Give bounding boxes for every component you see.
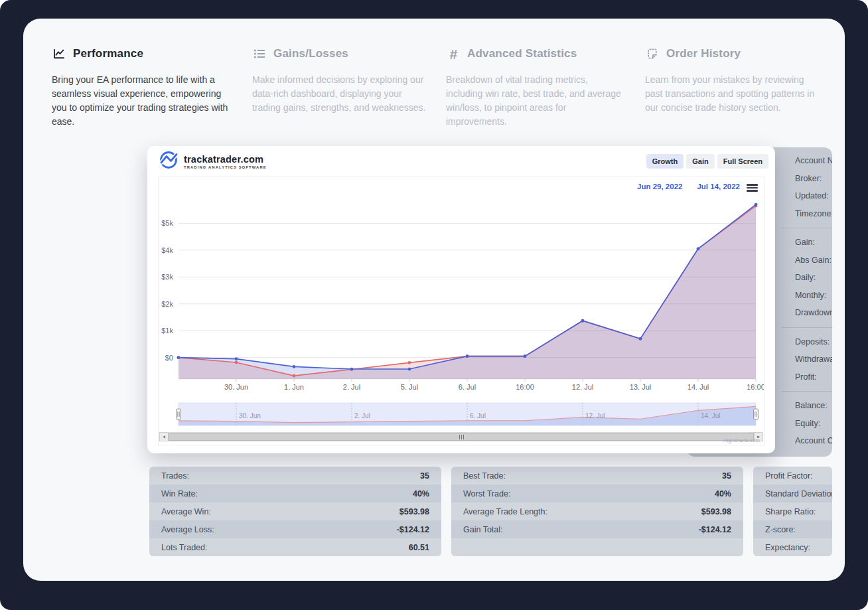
table-row: Win Rate:40% <box>149 485 441 502</box>
stat-value: -$124.12 <box>397 525 429 534</box>
navigator-handle[interactable] <box>177 409 181 419</box>
brand-logo-icon <box>159 150 179 173</box>
stat-label: Sharpe Ratio: <box>765 507 816 516</box>
chart-container: Jun 29, 2022 Jul 14, 2022 $0$1k$2k$3k$4k… <box>158 177 764 445</box>
range-start[interactable]: Jun 29, 2022 <box>637 183 682 191</box>
sidebar-label: Withdrawals: <box>795 350 832 368</box>
stat-value: 35 <box>722 471 731 481</box>
chart-navigator[interactable]: 30. Jun2. Jul6. Jul12. Jul14. Jul <box>159 402 764 431</box>
features-row: Performance Bring your EA performance to… <box>52 45 823 129</box>
svg-text:14. Jul: 14. Jul <box>701 412 720 419</box>
scrollbar-left-button[interactable]: ◂ <box>159 432 169 441</box>
view-toolbar: GrowthGainFull Screen <box>646 154 768 169</box>
feature-gains-losses[interactable]: Gains/Losses Make informed decisions by … <box>252 45 426 129</box>
stat-value: 60.51 <box>409 543 429 552</box>
sidebar-label: Equity: <box>795 415 832 433</box>
table-row: Expectancy: <box>753 538 832 556</box>
svg-text:1. Jun: 1. Jun <box>284 383 304 391</box>
chart-scrollbar: ◂ ▸ <box>159 432 763 441</box>
feature-advanced-statistics[interactable]: # Advanced Statistics Breakdown of vital… <box>446 45 625 129</box>
table-row: Standard Deviation: <box>753 485 832 502</box>
table-row: Gain Total:-$124.12 <box>451 520 743 538</box>
stat-label: Best Trade: <box>463 471 506 481</box>
scrollbar-track[interactable] <box>169 432 754 441</box>
sidebar-label: Drawdown: <box>795 304 832 322</box>
svg-text:12. Jul: 12. Jul <box>572 383 593 391</box>
range-end[interactable]: Jul 14, 2022 <box>697 183 740 191</box>
sidebar-label: Balance: <box>795 397 832 415</box>
sidebar-divider <box>782 228 832 228</box>
feature-description: Learn from your mistakes by reviewing pa… <box>645 73 816 115</box>
stat-value: 35 <box>420 471 429 481</box>
toolbar-button-gain[interactable]: Gain <box>686 154 714 169</box>
table-row: Trades:35 <box>149 467 441 485</box>
sidebar-divider <box>782 327 832 328</box>
stat-value: $593.98 <box>701 507 731 516</box>
date-range: Jun 29, 2022 Jul 14, 2022 <box>637 183 740 191</box>
stat-label: Gain Total: <box>463 525 503 534</box>
table-row: Average Win:$593.98 <box>149 502 441 520</box>
svg-text:16:00: 16:00 <box>516 383 534 391</box>
stat-label: Expectancy: <box>765 543 810 552</box>
svg-text:$4k: $4k <box>161 246 173 254</box>
stat-table: Best Trade:35Worst Trade:40%Average Trad… <box>451 467 743 556</box>
svg-text:$1k: $1k <box>161 327 173 335</box>
svg-text:12. Jul: 12. Jul <box>585 412 605 419</box>
feature-title: Performance <box>73 47 143 60</box>
stat-table: Profit Factor:Standard Deviation:Sharpe … <box>753 467 832 556</box>
growth-chart: $0$1k$2k$3k$4k$5k30. Jun1. Jun2. Jul5. J… <box>159 194 764 395</box>
dashboard-card: trackatrader.com TRADING ANALYTICS SOFTW… <box>147 146 775 453</box>
svg-text:13. Jul: 13. Jul <box>630 383 651 391</box>
stat-label: Z-score: <box>765 525 796 534</box>
stat-label: Profit Factor: <box>765 471 813 481</box>
sidebar-label: Updated: <box>795 187 832 205</box>
svg-text:14. Jul: 14. Jul <box>687 383 709 391</box>
svg-text:2. Jul: 2. Jul <box>354 412 370 419</box>
svg-text:16:00: 16:00 <box>747 383 764 391</box>
toolbar-button-growth[interactable]: Growth <box>646 154 684 169</box>
stat-value: $593.98 <box>399 507 429 516</box>
svg-text:$5k: $5k <box>161 219 173 227</box>
svg-text:2. Jul: 2. Jul <box>343 383 360 391</box>
stat-label: Standard Deviation: <box>765 489 832 498</box>
svg-text:$0: $0 <box>165 354 173 362</box>
feature-title: Order History <box>666 47 741 60</box>
feature-description: Make informed decisions by exploring our… <box>252 73 426 115</box>
feature-description: Bring your EA performance to life with a… <box>52 73 232 129</box>
feature-performance[interactable]: Performance Bring your EA performance to… <box>52 45 232 129</box>
svg-text:$2k: $2k <box>161 300 173 308</box>
list-icon <box>252 46 267 61</box>
hamburger-menu-icon[interactable] <box>747 184 758 193</box>
table-row: Profit Factor: <box>753 467 832 485</box>
stat-label: Worst Trade: <box>463 489 510 498</box>
svg-text:6. Jul: 6. Jul <box>470 412 486 419</box>
table-row: Sharpe Ratio: <box>753 502 832 520</box>
table-row: Z-score: <box>753 520 832 538</box>
svg-text:30. Jun: 30. Jun <box>224 383 248 391</box>
table-row: Average Trade Length:$593.98 <box>451 502 743 520</box>
sidebar-label: Gain: <box>795 234 832 252</box>
stat-value: 40% <box>413 489 429 498</box>
feature-title: Advanced Statistics <box>467 47 577 60</box>
stat-label: Win Rate: <box>161 489 198 498</box>
stat-label: Trades: <box>161 471 189 481</box>
svg-text:5. Jul: 5. Jul <box>401 383 418 391</box>
feature-order-history[interactable]: Order History Learn from your mistakes b… <box>645 45 816 129</box>
toolbar-button-full-screen[interactable]: Full Screen <box>717 154 768 169</box>
light-panel: Performance Bring your EA performance to… <box>23 19 845 581</box>
svg-text:$3k: $3k <box>161 273 173 281</box>
scrollbar-thumb[interactable] <box>169 433 754 441</box>
sidebar-label: Profit: <box>795 368 832 386</box>
table-row: Best Trade:35 <box>451 467 743 485</box>
svg-text:30. Jun: 30. Jun <box>239 412 261 419</box>
navigator-handle[interactable] <box>754 409 759 419</box>
performance-chart-icon <box>52 46 66 61</box>
table-row: Worst Trade:40% <box>451 485 743 502</box>
feature-title: Gains/Losses <box>273 47 348 60</box>
stat-label: Lots Traded: <box>161 543 208 552</box>
sidebar-label: Account Num <box>795 152 832 170</box>
sidebar-divider <box>782 391 832 392</box>
brand-name: trackatrader.com <box>184 154 267 165</box>
stat-table: Trades:35Win Rate:40%Average Win:$593.98… <box>149 467 441 556</box>
stat-label: Average Trade Length: <box>463 507 547 516</box>
